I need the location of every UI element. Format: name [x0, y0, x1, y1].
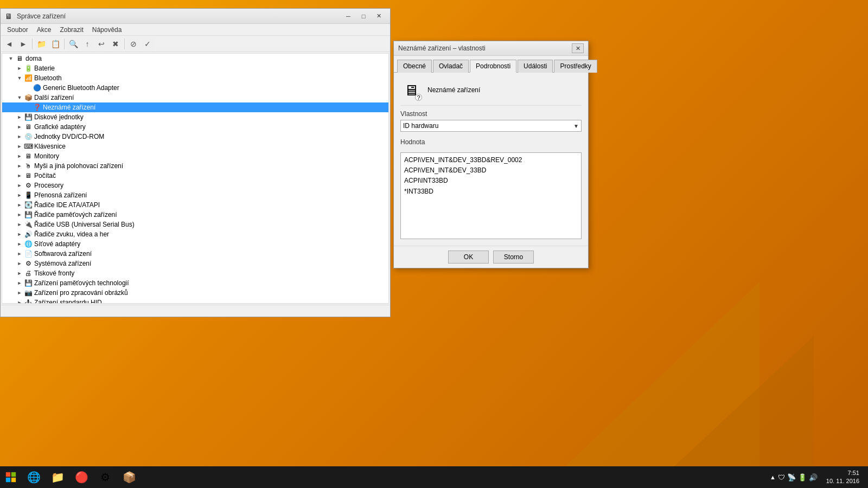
- scan-button[interactable]: 🔍: [67, 37, 80, 50]
- device-manager-window: 🖥 Správce zařízení ─ □ ✕ Soubor Akce Zob…: [0, 8, 391, 317]
- dvd-icon: 💿: [24, 132, 33, 141]
- usb-toggle[interactable]: ►: [15, 220, 24, 229]
- baterie-toggle[interactable]: ►: [15, 64, 24, 73]
- update-button[interactable]: ↑: [81, 37, 94, 50]
- tray-security-icon[interactable]: 🛡: [778, 473, 785, 481]
- tree-item-generic-bt[interactable]: 🔵 Generic Bluetooth Adapter: [2, 83, 388, 93]
- device-tree[interactable]: ▼ 🖥 doma ► 🔋 Baterie ▼ 📶 Bluetooth: [2, 53, 389, 304]
- rollback-button[interactable]: ↩: [95, 37, 108, 50]
- taskbar-app1[interactable]: 🔴: [69, 466, 93, 488]
- kl-toggle[interactable]: ►: [15, 142, 24, 151]
- tab-prostredky[interactable]: Prostředky: [554, 60, 597, 73]
- tree-item-prenosna[interactable]: ► 📱 Přenosná zařízení: [2, 190, 388, 200]
- hid-toggle[interactable]: ►: [15, 298, 24, 304]
- dialog-close-button[interactable]: ✕: [572, 43, 584, 53]
- cpu-toggle[interactable]: ►: [15, 181, 24, 190]
- sys-toggle[interactable]: ►: [15, 259, 24, 268]
- print-toggle[interactable]: ►: [15, 269, 24, 278]
- tree-item-pocitac[interactable]: ► 🖥 Počítač: [2, 171, 388, 181]
- tree-item-tiskove[interactable]: ► 🖨 Tiskové fronty: [2, 268, 388, 278]
- device-manager-title: Správce zařízení: [17, 12, 341, 20]
- taskbar-explorer[interactable]: 📁: [46, 466, 69, 488]
- tray-battery-icon[interactable]: 🔋: [798, 473, 807, 481]
- pc-toggle[interactable]: ►: [15, 171, 24, 180]
- tree-item-sitove[interactable]: ► 🌐 Síťové adaptéry: [2, 239, 388, 249]
- value-line-3: ACPI\INT33BD: [404, 176, 578, 186]
- mem-toggle[interactable]: ►: [15, 210, 24, 219]
- tree-item-monitory[interactable]: ► 🖥 Monitory: [2, 151, 388, 161]
- disk-toggle[interactable]: ►: [15, 113, 24, 121]
- sound-toggle[interactable]: ►: [15, 230, 24, 239]
- taskbar-clock[interactable]: 7:51 10. 11. 2016: [822, 469, 864, 486]
- menu-zobrazit[interactable]: Zobrazit: [55, 25, 87, 35]
- cancel-button[interactable]: Storno: [493, 251, 534, 264]
- enable-button[interactable]: ✓: [141, 37, 154, 50]
- folders-button[interactable]: 📁: [35, 37, 48, 50]
- storage-toggle[interactable]: ►: [15, 279, 24, 287]
- tree-item-procesory[interactable]: ► ⚙ Procesory: [2, 181, 388, 190]
- menu-soubor[interactable]: Soubor: [3, 25, 33, 35]
- forward-button[interactable]: ►: [17, 37, 30, 50]
- dvd-toggle[interactable]: ►: [15, 132, 24, 141]
- properties-button[interactable]: 📋: [49, 37, 62, 50]
- taskbar-chrome[interactable]: ⚙: [93, 466, 117, 488]
- net-toggle[interactable]: ►: [15, 240, 24, 248]
- value-box[interactable]: ACPI\VEN_INT&DEV_33BD&REV_0002 ACPI\VEN_…: [400, 152, 582, 239]
- minimize-button[interactable]: ─: [341, 11, 355, 22]
- close-button[interactable]: ✕: [372, 11, 386, 22]
- tree-item-graficke[interactable]: ► 🖥 Grafické adaptéry: [2, 122, 388, 132]
- tree-root[interactable]: ▼ 🖥 doma: [2, 54, 388, 63]
- sw-toggle[interactable]: ►: [15, 249, 24, 258]
- tree-item-pamet-tech[interactable]: ► 💾 Zařízení paměťových technologií: [2, 278, 388, 288]
- bluetooth-toggle[interactable]: ▼: [15, 74, 24, 82]
- root-toggle[interactable]: ▼: [7, 54, 15, 63]
- other-icon: 📦: [24, 93, 33, 102]
- graficke-toggle[interactable]: ►: [15, 123, 24, 131]
- tree-item-ide[interactable]: ► 💽 Řadiče IDE ATA/ATAPI: [2, 200, 388, 210]
- tree-item-baterie[interactable]: ► 🔋 Baterie: [2, 63, 388, 73]
- tree-item-pameti[interactable]: ► 💾 Řadiče paměťových zařízení: [2, 210, 388, 220]
- ide-toggle[interactable]: ►: [15, 201, 24, 209]
- tree-item-hid[interactable]: ► 🕹 Zařízení standardu HID: [2, 298, 388, 304]
- maximize-button[interactable]: □: [356, 11, 371, 22]
- tree-item-obrazky[interactable]: ► 📷 Zařízení pro zpracování obrázků: [2, 288, 388, 298]
- tree-item-mysi[interactable]: ► 🖱 Myši a jiná polohovací zařízení: [2, 161, 388, 171]
- tab-udalosti[interactable]: Události: [518, 60, 553, 73]
- ok-button[interactable]: OK: [448, 251, 489, 264]
- tree-item-klavesnice[interactable]: ► ⌨ Klávesnice: [2, 142, 388, 151]
- tray-volume-icon[interactable]: 🔊: [809, 473, 818, 481]
- computer-icon: 🖥: [15, 54, 24, 63]
- img-toggle[interactable]: ►: [15, 288, 24, 297]
- taskbar-app2[interactable]: 📦: [117, 466, 141, 488]
- taskbar-ie[interactable]: 🌐: [22, 466, 46, 488]
- dalsi-toggle[interactable]: ▼: [15, 93, 24, 102]
- menu-napoveda[interactable]: Nápověda: [88, 25, 126, 35]
- disable-button[interactable]: ⊘: [127, 37, 140, 50]
- tree-item-dvd[interactable]: ► 💿 Jednotky DVD/CD-ROM: [2, 132, 388, 142]
- tab-podrobnosti[interactable]: Podrobnosti: [470, 60, 516, 73]
- tray-network-icon[interactable]: 📡: [787, 473, 796, 481]
- unknown-spacer: [24, 103, 33, 112]
- tab-obecne[interactable]: Obecné: [397, 60, 432, 73]
- tree-item-zvuk[interactable]: ► 🔊 Řadiče zvuku, videa a her: [2, 229, 388, 239]
- menu-akce[interactable]: Akce: [33, 25, 56, 35]
- chrome-icon: ⚙: [100, 471, 110, 484]
- tree-item-software[interactable]: ► 📄 Softwarová zařízení: [2, 249, 388, 259]
- tree-item-usb[interactable]: ► 🔌 Řadiče USB (Universal Serial Bus): [2, 220, 388, 229]
- tree-item-disk[interactable]: ► 💾 Diskové jednotky: [2, 112, 388, 122]
- pc-icon: 🖥: [24, 171, 33, 180]
- portable-toggle[interactable]: ►: [15, 191, 24, 200]
- start-button[interactable]: [0, 466, 22, 488]
- toolbar-sep2: [64, 38, 65, 49]
- back-button[interactable]: ◄: [3, 37, 16, 50]
- property-dropdown[interactable]: ID hardwaru ▼: [400, 120, 582, 132]
- tree-item-dalsi[interactable]: ▼ 📦 Další zařízení: [2, 93, 388, 102]
- mouse-toggle[interactable]: ►: [15, 162, 24, 170]
- tray-icon-1[interactable]: ▲: [770, 474, 776, 480]
- tree-item-bluetooth[interactable]: ▼ 📶 Bluetooth: [2, 73, 388, 83]
- mon-toggle[interactable]: ►: [15, 152, 24, 160]
- tree-item-systemova[interactable]: ► ⚙ Systémová zařízení: [2, 259, 388, 268]
- uninstall-button[interactable]: ✖: [109, 37, 122, 50]
- tab-ovladac[interactable]: Ovladač: [433, 60, 469, 73]
- tree-item-neznamy[interactable]: ❓ Neznámé zařízení: [2, 102, 388, 112]
